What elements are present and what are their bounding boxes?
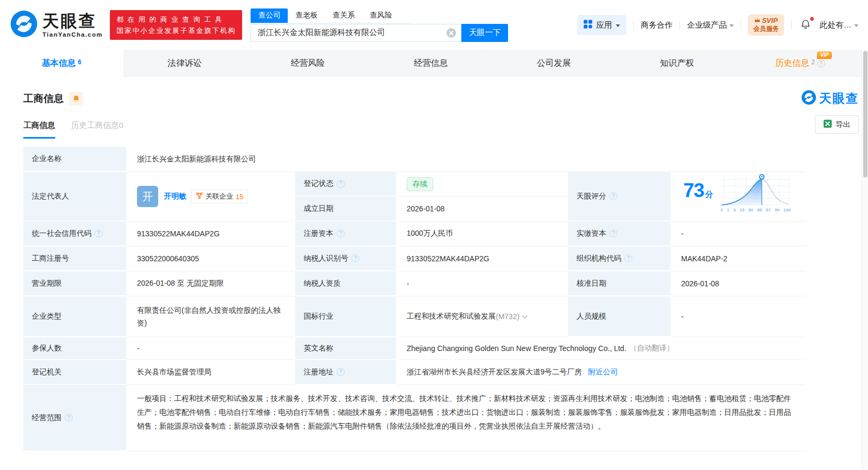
taxpayer-quality-value: -: [397, 271, 568, 296]
section-title: 工商信息: [23, 92, 64, 106]
crown-icon: [754, 16, 760, 25]
promo-line-2: 国家中小企业发展子基金旗下机构: [116, 25, 236, 36]
search-tab-boss[interactable]: 查老板: [288, 8, 325, 23]
help-icon[interactable]: ?: [351, 254, 359, 262]
business-scope-label: 经营范围 ?: [23, 385, 127, 451]
score-unit: 分: [705, 190, 713, 200]
search-input[interactable]: [251, 24, 461, 42]
reg-authority-label: 登记机关: [23, 360, 127, 385]
tab-history-count: 2: [811, 58, 815, 66]
search-button[interactable]: 天眼一下: [461, 24, 508, 42]
chevron-down-icon: [729, 24, 734, 27]
reg-address-label: 注册地址 ?: [295, 360, 397, 385]
legal-rep-name-link[interactable]: 开明敏: [164, 192, 186, 201]
main-content: 工商信息 天眼查 工商信息 历史工商信息0 导出: [0, 90, 868, 451]
search-tab-company[interactable]: 查公司: [251, 8, 288, 23]
related-companies-badge[interactable]: 关联企业 15: [191, 190, 248, 203]
taxpayer-quality-label: 纳税人资质: [295, 271, 397, 296]
clear-search-icon[interactable]: [446, 28, 456, 38]
monitor-bell-icon[interactable]: [69, 92, 83, 106]
nearby-companies-link[interactable]: 附近公司: [588, 368, 618, 377]
credit-code-value: 91330522MAK44DAP2G: [127, 221, 295, 246]
site-logo[interactable]: 天眼查 TianYanCha.com: [11, 11, 102, 39]
reg-capital-value: 1000万人民币: [397, 221, 568, 246]
tianyancha-logo-icon: [11, 11, 37, 39]
tab-legal-label: 法律诉讼: [168, 58, 202, 69]
chevron-down-icon: [854, 24, 858, 27]
related-companies-label: 关联企业: [205, 192, 233, 201]
business-term-value: 2026-01-08 至 无固定期限: [127, 271, 295, 296]
tab-risk-label: 经营风险: [291, 58, 325, 69]
tab-basic-info-count: 6: [78, 58, 82, 66]
chevron-down-icon[interactable]: [522, 313, 528, 319]
brand-domain: TianYanCha.com: [42, 31, 102, 38]
tab-company-development[interactable]: 公司发展: [492, 50, 615, 77]
subtab-business-info[interactable]: 工商信息: [23, 121, 55, 139]
tab-operating-risk[interactable]: 经营风险: [246, 50, 369, 77]
user-account-menu[interactable]: 此处有…: [820, 20, 858, 30]
tab-intellectual-property[interactable]: 知识产权: [615, 50, 738, 77]
scrollbar-thumb[interactable]: [863, 51, 867, 177]
search-tab-relation[interactable]: 查关系: [325, 8, 362, 23]
tab-legal-proceedings[interactable]: 法律诉讼: [123, 50, 246, 77]
enterprise-products-link[interactable]: 企业级产品: [687, 20, 734, 30]
help-icon[interactable]: ?: [65, 414, 73, 422]
legal-rep-avatar[interactable]: 开: [137, 186, 158, 207]
industry-label: 国标行业: [295, 296, 397, 337]
help-icon[interactable]: ?: [624, 254, 632, 262]
insured-count-value: -: [127, 337, 295, 360]
promo-banner: 都 在 用 的 商 业 查 询 工 具 国家中小企业发展子基金旗下机构: [110, 10, 242, 40]
divider: [791, 21, 792, 29]
help-icon[interactable]: ?: [337, 180, 345, 188]
est-date-value: 2026-01-08: [397, 196, 568, 221]
score-value-cell: 73 分: [672, 172, 806, 221]
tab-operating-info[interactable]: 经营信息: [369, 50, 493, 77]
org-code-label: 组织机构代码 ?: [568, 246, 672, 271]
tab-history-info[interactable]: VIP 历史信息 2 ?: [738, 50, 862, 77]
legal-rep-label: 法定代表人: [23, 172, 127, 221]
approval-date-label: 核准日期: [568, 271, 672, 296]
tab-basic-info[interactable]: 基本信息 6: [0, 50, 123, 77]
help-icon[interactable]: ?: [609, 192, 617, 200]
credit-code-label-text: 统一社会信用代码: [32, 229, 91, 238]
logo-text: 天眼查 TianYanCha.com: [42, 13, 102, 38]
tab-operating-label: 经营信息: [414, 58, 448, 69]
subtab-history-business-info[interactable]: 历史工商信息0: [71, 121, 123, 139]
network-icon: [196, 192, 203, 201]
reg-capital-label: 注册资本 ?: [295, 221, 397, 246]
search-box: 天眼一下: [251, 24, 508, 42]
svip-membership-button[interactable]: SVIP 会员服务: [748, 14, 784, 36]
org-code-label-text: 组织机构代码: [577, 254, 621, 263]
export-button[interactable]: 导出: [815, 115, 859, 134]
notifications-bell-icon[interactable]: [798, 18, 813, 33]
org-code-value: MAK44DAP-2: [672, 246, 806, 271]
reg-number-label: 工商注册号: [23, 246, 127, 271]
taxpayer-id-value: 91330522MAK44DAP2G: [397, 246, 568, 271]
help-icon[interactable]: ?: [94, 229, 102, 237]
tianyancha-watermark: 天眼查: [802, 90, 859, 107]
search-tab-risk[interactable]: 查风险: [362, 8, 399, 23]
tab-history-label: 历史信息: [775, 58, 809, 69]
score-axis-labels: 0131550859799100: [720, 208, 790, 212]
enterprise-products-label: 企业级产品: [687, 20, 727, 30]
auto-translate-note: （自动翻译）: [630, 344, 674, 353]
search-tabs: 查公司 查老板 查关系 查风险: [251, 8, 410, 23]
english-name-cell: Zhejiang Changxing Golden Sun New Energy…: [397, 337, 806, 360]
help-icon[interactable]: ?: [337, 229, 345, 237]
tianyancha-company-page: 天眼查 TianYanCha.com 都 在 用 的 商 业 查 询 工 具 国…: [0, 0, 868, 451]
vip-badge: VIP: [817, 52, 832, 59]
apps-menu-button[interactable]: 应用: [577, 15, 626, 35]
staff-size-label: 人员规模: [568, 296, 672, 337]
help-icon[interactable]: ?: [609, 229, 617, 237]
credit-code-label: 统一社会信用代码 ?: [23, 221, 127, 246]
staff-size-value: -: [672, 296, 806, 337]
business-cooperation-link[interactable]: 商务合作: [641, 20, 673, 30]
user-account-label: 此处有…: [820, 20, 852, 30]
help-icon[interactable]: ?: [817, 59, 825, 67]
score-distribution-chart: 0131550859799100: [720, 173, 790, 212]
business-info-table: 企业名称 浙江长兴金太阳新能源科技有限公司 法定代表人 开 开明敏 关联企业 1…: [23, 147, 806, 451]
notification-red-dot: [810, 17, 814, 21]
help-icon[interactable]: ?: [337, 368, 345, 376]
apps-grid-icon: [583, 20, 592, 30]
subtab-row: 工商信息 历史工商信息0 导出: [23, 121, 845, 139]
